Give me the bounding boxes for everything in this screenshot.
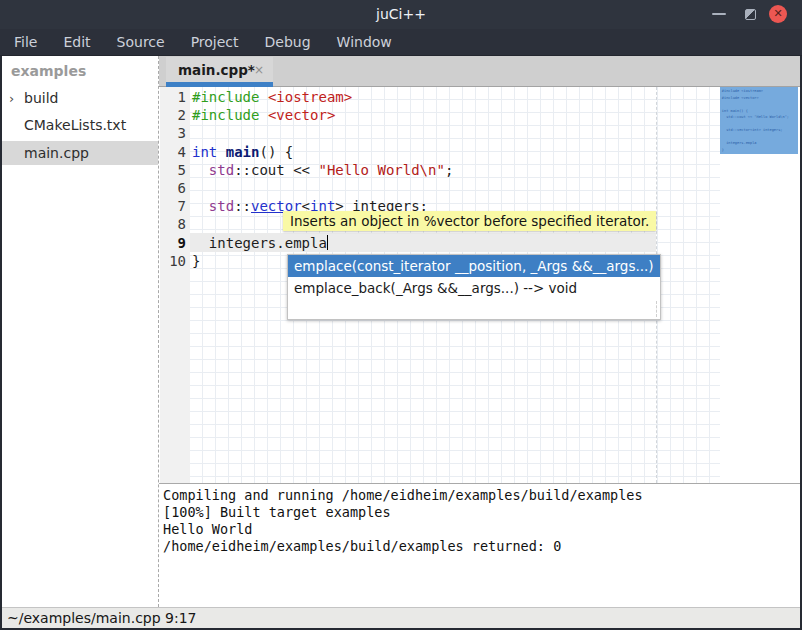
- line-number: 2: [160, 106, 186, 124]
- maximize-icon[interactable]: [745, 9, 756, 20]
- sidebar-item-label: build: [24, 90, 58, 106]
- line-number: 9: [160, 234, 186, 252]
- completion-item[interactable]: emplace_back(_Args &&__args...) --> void: [288, 277, 660, 299]
- source-map-text: #include <iostream> #include <vector> in…: [720, 87, 798, 153]
- code-text: int main() {: [192, 143, 293, 161]
- menu-debug[interactable]: Debug: [252, 29, 324, 55]
- sidebar-item-main-cpp[interactable]: main.cpp: [2, 141, 158, 165]
- file-tree-sidebar[interactable]: examples ›buildCMakeLists.txtmain.cpp: [2, 56, 158, 607]
- menu-bar: FileEditSourceProjectDebugWindow: [0, 29, 802, 56]
- line-number: 10: [160, 252, 186, 270]
- code-line[interactable]: 4int main() {: [160, 143, 453, 161]
- line-number: 6: [160, 179, 186, 197]
- code-text: std::cout << "Hello World\n";: [192, 161, 453, 179]
- code-text: #include <iostream>: [192, 88, 352, 106]
- line-number: 7: [160, 197, 186, 215]
- line-number: 1: [160, 88, 186, 106]
- line-number: 5: [160, 161, 186, 179]
- window-title: juCi++: [0, 0, 802, 29]
- line-number: 8: [160, 215, 186, 233]
- code-line[interactable]: 3: [160, 124, 453, 142]
- menu-file[interactable]: File: [1, 29, 50, 55]
- line-number: 4: [160, 143, 186, 161]
- tab-label[interactable]: main.cpp*: [178, 57, 255, 83]
- code-text: integers.empla: [192, 234, 328, 252]
- code-editor[interactable]: 1#include <iostream>2#include <vector>34…: [160, 88, 453, 270]
- chevron-right-icon[interactable]: ›: [9, 85, 14, 112]
- menu-window[interactable]: Window: [324, 29, 405, 55]
- code-line[interactable]: 2#include <vector>: [160, 106, 453, 124]
- line-number: 3: [160, 124, 186, 142]
- sidebar-item-label: CMakeLists.txt: [24, 117, 126, 133]
- menu-source[interactable]: Source: [104, 29, 178, 55]
- code-text: }: [192, 252, 200, 270]
- completion-item[interactable]: emplace(const_iterator __position, _Args…: [288, 255, 660, 277]
- code-line[interactable]: 6: [160, 179, 453, 197]
- sidebar-item-label: main.cpp: [24, 145, 89, 161]
- sidebar-item-cmakelists-txt[interactable]: CMakeLists.txt: [2, 112, 158, 139]
- menu-project[interactable]: Project: [178, 29, 252, 55]
- project-name: examples: [2, 56, 158, 85]
- terminal-splitter[interactable]: [159, 483, 800, 484]
- tab-close-icon[interactable]: ×: [249, 57, 269, 83]
- popup-margin-line: [656, 301, 657, 317]
- autocomplete-popup[interactable]: emplace(const_iterator __position, _Args…: [287, 254, 661, 320]
- doc-tooltip: Inserts an object in %vector before spec…: [283, 211, 656, 231]
- minimize-icon[interactable]: [712, 13, 726, 15]
- sidebar-item-build[interactable]: ›build: [2, 85, 158, 112]
- menu-edit[interactable]: Edit: [50, 29, 103, 55]
- code-line[interactable]: 1#include <iostream>: [160, 88, 453, 106]
- terminal-output[interactable]: Compiling and running /home/eidheim/exam…: [159, 485, 800, 605]
- file-tree: ›buildCMakeLists.txtmain.cpp: [2, 85, 158, 165]
- status-bar: ~/examples/main.cpp 9:17: [2, 607, 800, 628]
- window-border-left: [0, 56, 2, 630]
- text-cursor: [327, 235, 328, 250]
- source-map-visible-region[interactable]: #include <iostream> #include <vector> in…: [720, 87, 798, 154]
- close-icon[interactable]: ✕: [769, 5, 787, 23]
- code-line[interactable]: 9 integers.empla: [160, 234, 453, 252]
- code-line[interactable]: 5 std::cout << "Hello World\n";: [160, 161, 453, 179]
- code-text: #include <vector>: [192, 106, 335, 124]
